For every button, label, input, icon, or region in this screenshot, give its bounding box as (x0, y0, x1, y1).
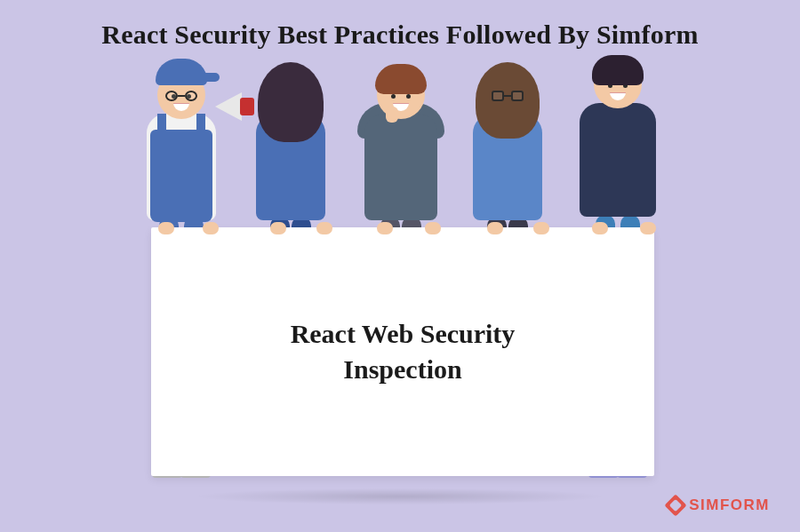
person-4 (473, 71, 542, 220)
hand-icon (487, 222, 503, 234)
card-title: React Web Security Inspection (291, 316, 516, 388)
glasses-icon (492, 91, 524, 101)
hand-icon (640, 222, 656, 234)
ground-shadow (107, 487, 693, 506)
page-title: React Security Best Practices Followed B… (0, 0, 800, 50)
person-2 (256, 71, 325, 220)
person-3 (364, 71, 437, 220)
cap-icon (156, 59, 207, 85)
brand-logo: SIMFORM (668, 496, 770, 514)
hand-icon (377, 222, 393, 234)
person-1 (147, 71, 216, 220)
hand-icon (203, 222, 219, 234)
person-5 (580, 60, 656, 217)
brand-logo-icon (664, 494, 686, 516)
hand-icon (316, 222, 332, 234)
hand-icon (592, 222, 608, 234)
hand-icon (158, 222, 174, 234)
content-card: React Web Security Inspection (151, 227, 654, 476)
hand-icon (425, 222, 441, 234)
brand-logo-text: SIMFORM (689, 496, 770, 514)
hand-icon (533, 222, 549, 234)
glasses-icon (165, 91, 197, 101)
hand-icon (270, 222, 286, 234)
illustration-stage: React Web Security Inspection (0, 71, 800, 532)
megaphone-icon (215, 87, 254, 126)
